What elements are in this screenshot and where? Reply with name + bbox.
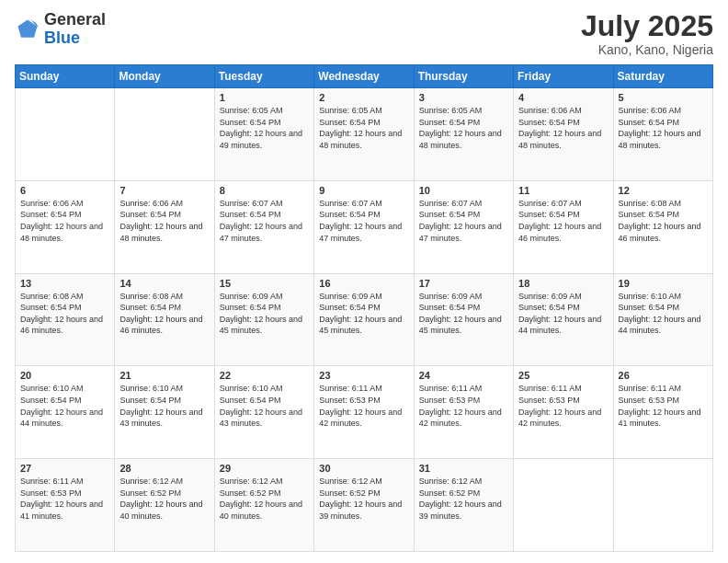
week-row-3: 13Sunrise: 6:08 AMSunset: 6:54 PMDayligh… <box>16 273 713 366</box>
weekday-header-sunday: Sunday <box>16 65 115 88</box>
calendar-cell: 21Sunrise: 6:10 AMSunset: 6:54 PMDayligh… <box>115 366 214 459</box>
day-info: Sunrise: 6:05 AMSunset: 6:54 PMDaylight:… <box>220 105 309 151</box>
day-info: Sunrise: 6:11 AMSunset: 6:53 PMDaylight:… <box>319 383 408 429</box>
day-number: 30 <box>319 463 408 474</box>
day-info: Sunrise: 6:10 AMSunset: 6:54 PMDaylight:… <box>619 291 708 337</box>
day-info: Sunrise: 6:10 AMSunset: 6:54 PMDaylight:… <box>119 383 209 429</box>
day-info: Sunrise: 6:07 AMSunset: 6:54 PMDaylight:… <box>518 198 608 244</box>
calendar-cell: 9Sunrise: 6:07 AMSunset: 6:54 PMDaylight… <box>314 180 414 273</box>
calendar-cell: 6Sunrise: 6:06 AMSunset: 6:54 PMDaylight… <box>16 180 115 273</box>
location: Kano, Kano, Nigeria <box>581 42 713 57</box>
day-number: 16 <box>319 278 408 289</box>
day-number: 8 <box>220 185 309 196</box>
day-info: Sunrise: 6:12 AMSunset: 6:52 PMDaylight:… <box>220 476 309 522</box>
calendar-cell: 3Sunrise: 6:05 AMSunset: 6:54 PMDaylight… <box>414 88 513 181</box>
day-info: Sunrise: 6:09 AMSunset: 6:54 PMDaylight:… <box>319 291 408 337</box>
calendar-cell: 4Sunrise: 6:06 AMSunset: 6:54 PMDaylight… <box>514 88 613 181</box>
day-info: Sunrise: 6:08 AMSunset: 6:54 PMDaylight:… <box>619 198 708 244</box>
day-info: Sunrise: 6:09 AMSunset: 6:54 PMDaylight:… <box>220 291 309 337</box>
day-info: Sunrise: 6:07 AMSunset: 6:54 PMDaylight:… <box>319 198 408 244</box>
calendar-cell: 24Sunrise: 6:11 AMSunset: 6:53 PMDayligh… <box>414 366 513 459</box>
day-info: Sunrise: 6:07 AMSunset: 6:54 PMDaylight:… <box>220 198 309 244</box>
calendar-cell: 16Sunrise: 6:09 AMSunset: 6:54 PMDayligh… <box>314 273 414 366</box>
day-number: 17 <box>419 278 508 289</box>
calendar-cell: 18Sunrise: 6:09 AMSunset: 6:54 PMDayligh… <box>514 273 613 366</box>
day-number: 21 <box>119 370 209 381</box>
day-number: 12 <box>619 185 708 196</box>
week-row-4: 20Sunrise: 6:10 AMSunset: 6:54 PMDayligh… <box>16 366 713 459</box>
calendar-cell: 13Sunrise: 6:08 AMSunset: 6:54 PMDayligh… <box>16 273 115 366</box>
day-number: 10 <box>419 185 508 196</box>
logo: General Blue <box>15 11 106 48</box>
weekday-header-row: SundayMondayTuesdayWednesdayThursdayFrid… <box>16 65 713 88</box>
day-info: Sunrise: 6:06 AMSunset: 6:54 PMDaylight:… <box>119 198 209 244</box>
day-number: 2 <box>319 92 408 103</box>
calendar-cell <box>613 459 712 552</box>
weekday-header-monday: Monday <box>115 65 214 88</box>
day-number: 22 <box>220 370 309 381</box>
month-title: July 2025 <box>581 11 713 40</box>
weekday-header-tuesday: Tuesday <box>214 65 313 88</box>
day-info: Sunrise: 6:09 AMSunset: 6:54 PMDaylight:… <box>419 291 508 337</box>
weekday-header-friday: Friday <box>514 65 613 88</box>
calendar-cell <box>115 88 214 181</box>
day-number: 5 <box>619 92 708 103</box>
logo-blue: Blue <box>44 29 80 47</box>
calendar-table: SundayMondayTuesdayWednesdayThursdayFrid… <box>15 64 713 552</box>
calendar-cell: 14Sunrise: 6:08 AMSunset: 6:54 PMDayligh… <box>115 273 214 366</box>
logo-text: General Blue <box>44 11 106 48</box>
day-info: Sunrise: 6:11 AMSunset: 6:53 PMDaylight:… <box>518 383 608 429</box>
day-number: 13 <box>20 278 109 289</box>
calendar-cell: 20Sunrise: 6:10 AMSunset: 6:54 PMDayligh… <box>16 366 115 459</box>
day-number: 11 <box>518 185 608 196</box>
weekday-header-thursday: Thursday <box>414 65 513 88</box>
day-number: 4 <box>518 92 608 103</box>
week-row-2: 6Sunrise: 6:06 AMSunset: 6:54 PMDaylight… <box>16 180 713 273</box>
day-number: 14 <box>119 278 209 289</box>
day-info: Sunrise: 6:09 AMSunset: 6:54 PMDaylight:… <box>518 291 608 337</box>
day-info: Sunrise: 6:08 AMSunset: 6:54 PMDaylight:… <box>20 291 109 337</box>
day-info: Sunrise: 6:06 AMSunset: 6:54 PMDaylight:… <box>20 198 109 244</box>
calendar-cell: 23Sunrise: 6:11 AMSunset: 6:53 PMDayligh… <box>314 366 414 459</box>
day-info: Sunrise: 6:07 AMSunset: 6:54 PMDaylight:… <box>419 198 508 244</box>
day-number: 29 <box>220 463 309 474</box>
calendar-cell: 17Sunrise: 6:09 AMSunset: 6:54 PMDayligh… <box>414 273 513 366</box>
day-number: 15 <box>220 278 309 289</box>
calendar-cell: 19Sunrise: 6:10 AMSunset: 6:54 PMDayligh… <box>613 273 712 366</box>
day-info: Sunrise: 6:10 AMSunset: 6:54 PMDaylight:… <box>20 383 109 429</box>
calendar-cell <box>16 88 115 181</box>
calendar-cell: 29Sunrise: 6:12 AMSunset: 6:52 PMDayligh… <box>214 459 313 552</box>
day-info: Sunrise: 6:11 AMSunset: 6:53 PMDaylight:… <box>619 383 708 429</box>
day-number: 9 <box>319 185 408 196</box>
week-row-1: 1Sunrise: 6:05 AMSunset: 6:54 PMDaylight… <box>16 88 713 181</box>
day-number: 20 <box>20 370 109 381</box>
day-info: Sunrise: 6:12 AMSunset: 6:52 PMDaylight:… <box>119 476 209 522</box>
calendar-cell: 11Sunrise: 6:07 AMSunset: 6:54 PMDayligh… <box>514 180 613 273</box>
day-info: Sunrise: 6:12 AMSunset: 6:52 PMDaylight:… <box>319 476 408 522</box>
day-number: 1 <box>220 92 309 103</box>
day-info: Sunrise: 6:06 AMSunset: 6:54 PMDaylight:… <box>619 105 708 151</box>
calendar-cell: 30Sunrise: 6:12 AMSunset: 6:52 PMDayligh… <box>314 459 414 552</box>
day-number: 6 <box>20 185 109 196</box>
day-number: 18 <box>518 278 608 289</box>
calendar-cell: 2Sunrise: 6:05 AMSunset: 6:54 PMDaylight… <box>314 88 414 181</box>
day-info: Sunrise: 6:10 AMSunset: 6:54 PMDaylight:… <box>220 383 309 429</box>
day-number: 23 <box>319 370 408 381</box>
calendar-cell: 5Sunrise: 6:06 AMSunset: 6:54 PMDaylight… <box>613 88 712 181</box>
weekday-header-saturday: Saturday <box>613 65 712 88</box>
day-info: Sunrise: 6:12 AMSunset: 6:52 PMDaylight:… <box>419 476 508 522</box>
logo-icon <box>15 17 40 42</box>
day-info: Sunrise: 6:05 AMSunset: 6:54 PMDaylight:… <box>419 105 508 151</box>
calendar-cell: 8Sunrise: 6:07 AMSunset: 6:54 PMDaylight… <box>214 180 313 273</box>
calendar-cell: 28Sunrise: 6:12 AMSunset: 6:52 PMDayligh… <box>115 459 214 552</box>
day-number: 25 <box>518 370 608 381</box>
calendar-cell: 25Sunrise: 6:11 AMSunset: 6:53 PMDayligh… <box>514 366 613 459</box>
calendar-cell: 10Sunrise: 6:07 AMSunset: 6:54 PMDayligh… <box>414 180 513 273</box>
calendar-cell: 15Sunrise: 6:09 AMSunset: 6:54 PMDayligh… <box>214 273 313 366</box>
calendar-cell: 1Sunrise: 6:05 AMSunset: 6:54 PMDaylight… <box>214 88 313 181</box>
calendar-cell <box>514 459 613 552</box>
day-number: 28 <box>119 463 209 474</box>
calendar-cell: 27Sunrise: 6:11 AMSunset: 6:53 PMDayligh… <box>16 459 115 552</box>
page: General Blue July 2025 Kano, Kano, Niger… <box>0 0 728 563</box>
day-number: 19 <box>619 278 708 289</box>
